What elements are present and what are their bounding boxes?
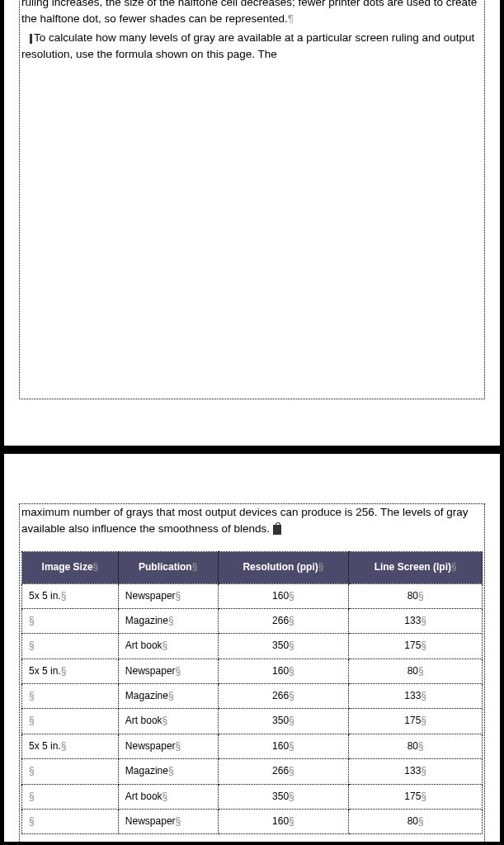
table-row[interactable]: §Art book§350§175§ [22,784,483,809]
cell-text: 175 [404,715,421,726]
table-cell[interactable]: 5x 5 in.§ [22,734,119,758]
section-mark-icon: § [289,615,294,626]
table-cell[interactable]: Newspaper§ [118,734,218,758]
table-cell[interactable]: 80§ [349,659,483,683]
table-header[interactable]: Publication§ [118,552,218,583]
cell-text: 80 [407,815,418,827]
section-mark-icon: § [289,740,294,752]
section-mark-icon: § [163,715,168,726]
table-cell[interactable]: 266§ [218,608,349,633]
table-row[interactable]: 5x 5 in.§Newspaper§160§80§ [22,659,483,683]
body-paragraph[interactable]: To calculate how many levels of gray are… [21,30,483,62]
table-cell[interactable]: 80§ [349,583,483,608]
cell-text: 133 [404,765,421,777]
section-mark-icon: § [176,665,181,677]
section-mark-icon: § [61,740,67,752]
table-row[interactable]: §Art book§350§175§ [22,709,483,734]
table-cell[interactable]: Art book§ [118,634,218,659]
cell-text: 160 [272,815,289,827]
section-mark-icon: § [451,561,457,573]
table-cell[interactable]: Art book§ [118,709,218,734]
table-cell[interactable]: § [22,684,119,709]
table-row[interactable]: §Newspaper§160§80§ [22,810,483,834]
table-cell[interactable]: § [22,810,119,834]
table-cell[interactable]: 266§ [218,759,349,784]
section-mark-icon: § [289,791,294,802]
section-mark-icon: § [418,590,424,602]
table-cell[interactable]: § [22,608,119,633]
table-cell[interactable]: 350§ [218,784,349,809]
table-cell[interactable]: Magazine§ [118,684,218,709]
table-cell[interactable]: 160§ [218,583,349,608]
cell-text: 80 [407,590,418,602]
section-mark-icon: § [176,740,181,752]
table-row[interactable]: 5x 5 in.§Newspaper§160§80§ [22,734,483,758]
table-cell[interactable]: 160§ [218,810,349,834]
text-frame-1[interactable]: ruling increases, the size of the halfto… [19,0,485,399]
cell-text: 160 [272,665,289,677]
section-mark-icon: § [289,765,294,777]
cell-text: 5x 5 in. [29,665,61,677]
cell-text: 133 [404,615,421,626]
table-cell[interactable]: § [22,709,119,734]
table-row[interactable]: §Magazine§266§133§ [22,759,483,784]
table-cell[interactable]: 266§ [218,684,349,709]
table-cell[interactable]: 5x 5 in.§ [22,583,119,608]
table-cell[interactable]: 80§ [349,734,483,758]
table-cell[interactable]: 350§ [218,634,349,659]
table-row[interactable]: §Magazine§266§133§ [22,684,483,709]
section-mark-icon: § [192,561,198,573]
cell-text: 266 [272,690,289,701]
table-cell[interactable]: § [22,784,119,809]
table-header-row: Image Size§ Publication§ Resolution (ppi… [22,552,483,583]
body-paragraph[interactable]: maximum number of grays that most output… [21,504,483,536]
table-cell[interactable]: 160§ [218,659,349,683]
table-cell[interactable]: Magazine§ [118,608,218,633]
section-mark-icon: § [421,615,426,626]
paragraph-text: To calculate how many levels of gray are… [21,31,474,60]
section-mark-icon: § [418,815,424,827]
table-header[interactable]: Resolution (ppi)§ [218,552,349,583]
section-mark-icon: § [289,690,294,701]
table-cell[interactable]: § [22,759,119,784]
document-page-1: ruling increases, the size of the halfto… [4,0,500,446]
body-paragraph[interactable]: ruling increases, the size of the halfto… [21,0,483,26]
section-mark-icon: § [29,715,35,726]
table-row[interactable]: §Magazine§266§133§ [22,608,483,633]
cell-text: 266 [272,765,289,777]
table-row[interactable]: §Art book§350§175§ [22,634,483,659]
cell-text: Newspaper [125,665,176,677]
table-cell[interactable]: 133§ [349,608,483,633]
table-cell[interactable]: Art book§ [118,784,218,809]
cell-text: Newspaper [125,815,176,827]
table-cell[interactable]: 175§ [349,634,483,659]
section-mark-icon: § [61,665,67,677]
table-cell[interactable]: 80§ [349,810,483,834]
section-mark-icon: § [168,690,174,701]
table-cell[interactable]: 133§ [349,759,483,784]
cell-text: 350 [272,640,289,651]
table-cell[interactable]: Newspaper§ [118,810,218,834]
section-mark-icon: § [93,561,99,573]
table-cell[interactable]: Newspaper§ [118,583,218,608]
cell-text: Art book [125,791,163,802]
cell-text: Magazine [125,690,168,701]
paragraph-text: ruling increases, the size of the halfto… [21,0,477,25]
data-table[interactable]: Image Size§ Publication§ Resolution (ppi… [21,551,483,834]
table-header[interactable]: Image Size§ [22,552,119,583]
table-cell[interactable]: 175§ [349,784,483,809]
table-cell[interactable]: Newspaper§ [118,659,218,683]
table-row[interactable]: 5x 5 in.§Newspaper§160§80§ [22,583,483,608]
table-cell[interactable]: § [22,634,119,659]
table-header[interactable]: Line Screen (lpi)§ [349,552,483,583]
text-frame-2[interactable]: maximum number of grays that most output… [19,503,485,845]
table-cell[interactable]: Magazine§ [118,759,218,784]
section-mark-icon: § [176,815,181,827]
section-mark-icon: § [418,665,424,677]
table-cell[interactable]: 5x 5 in.§ [22,659,119,683]
section-mark-icon: § [421,765,426,777]
table-cell[interactable]: 175§ [349,709,483,734]
table-cell[interactable]: 350§ [218,709,349,734]
table-cell[interactable]: 160§ [218,734,349,758]
table-cell[interactable]: 133§ [349,684,483,709]
